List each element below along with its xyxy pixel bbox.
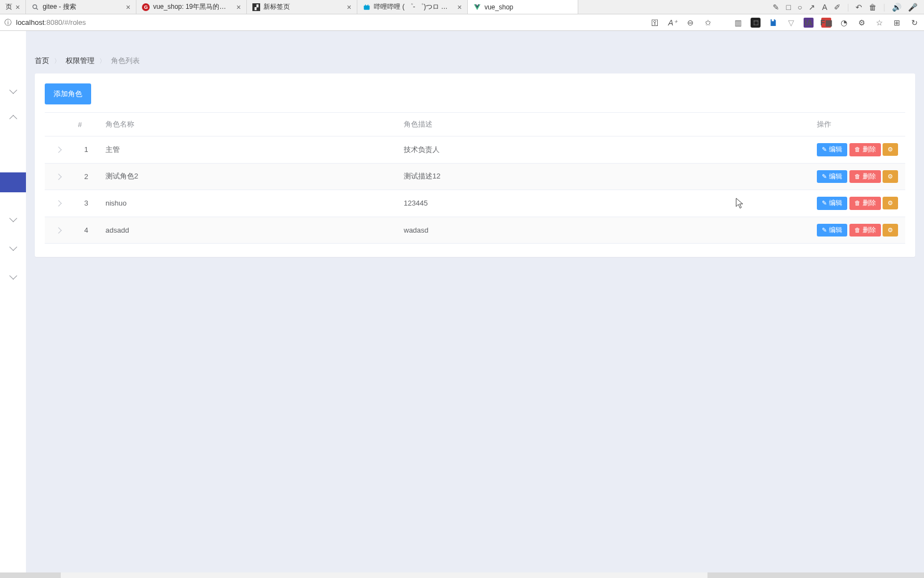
edit-button[interactable]: ✎编辑 (817, 197, 847, 210)
tab-1[interactable]: gitee - 搜索 × (26, 0, 136, 14)
url-path: :8080/#/roles (44, 18, 86, 27)
close-icon[interactable]: × (236, 3, 241, 11)
delete-icon[interactable]: 🗑 (869, 3, 877, 12)
assign-button[interactable]: ⚙ (883, 224, 898, 237)
roles-table: # 角色名称 角色描述 操作 1 主管 技术负责人 ✎编辑 🗑删除 ⚙ 2 测试… (45, 112, 905, 244)
sidebar-item-1[interactable] (9, 86, 17, 94)
ext-circle-icon[interactable]: ◔ (839, 18, 849, 28)
row-name: 主管 (100, 136, 398, 164)
ext-fe-icon[interactable]: F▦ (821, 18, 831, 28)
delete-button[interactable]: 🗑删除 (849, 197, 881, 210)
breadcrumb-current: 角色列表 (111, 57, 140, 65)
column-index: # (72, 113, 100, 136)
divider: | (847, 3, 849, 12)
trash-icon: 🗑 (854, 146, 860, 153)
key-icon[interactable]: ⚿ (650, 18, 660, 28)
assign-button[interactable]: ⚙ (883, 170, 898, 183)
tab-5[interactable]: vue_shop (468, 0, 578, 14)
trash-icon: 🗑 (854, 227, 860, 233)
main-content: 首页 〉 权限管理 〉 角色列表 添加角色 # 角色名称 角色描述 操作 (26, 31, 924, 578)
edit-icon: ✎ (822, 227, 827, 233)
svg-rect-1 (364, 6, 370, 10)
breadcrumb-home[interactable]: 首页 (35, 57, 49, 65)
expand-icon[interactable] (55, 227, 61, 233)
close-icon[interactable]: × (15, 3, 20, 11)
url-field[interactable]: localhost:8080/#/roles (16, 18, 86, 27)
zoom-out-icon[interactable]: ⊖ (685, 18, 695, 28)
delete-button[interactable]: 🗑删除 (849, 224, 881, 237)
assign-button[interactable]: ⚙ (883, 197, 898, 209)
ext-1-icon[interactable]: ⬚ (751, 18, 761, 28)
edit-button[interactable]: ✎编辑 (817, 224, 847, 237)
row-desc: 测试描述12 (398, 163, 811, 190)
tab-label: 页 (6, 2, 12, 12)
row-desc: 技术负责人 (398, 136, 811, 164)
sidebar-item-5[interactable] (9, 272, 17, 280)
sidebar-item-2[interactable] (9, 115, 17, 123)
divider: | (883, 3, 885, 12)
browser-tabs-bar: 页 × gitee - 搜索 × G vue_shop: 19年黑马的后台管理 … (0, 0, 924, 14)
edit-icon: ✎ (822, 174, 827, 180)
column-action: 操作 (811, 113, 905, 136)
sidebar-item-3[interactable] (9, 214, 17, 222)
expand-icon[interactable] (55, 147, 61, 153)
highlighter-icon[interactable]: ✐ (834, 3, 841, 12)
expand-icon[interactable] (55, 174, 61, 180)
close-icon[interactable]: × (126, 3, 130, 11)
undo-icon[interactable]: ↶ (856, 3, 862, 12)
delete-button[interactable]: 🗑删除 (849, 143, 881, 156)
setting-icon: ⚙ (888, 200, 893, 206)
setting-icon: ⚙ (888, 146, 893, 153)
pen-icon[interactable]: ✎ (773, 3, 779, 12)
circle-icon[interactable]: ○ (798, 3, 802, 12)
sound-icon[interactable]: 🔊 (892, 3, 901, 12)
tab-0[interactable]: 页 × (0, 0, 26, 14)
favorite-icon[interactable]: ✩ (703, 18, 713, 28)
sidebar-active-indicator (0, 172, 26, 192)
edit-button[interactable]: ✎编辑 (817, 170, 847, 183)
ext-ia-icon[interactable]: IA (804, 18, 814, 28)
collections-icon[interactable]: ⊞ (892, 18, 902, 28)
row-index: 2 (72, 163, 100, 190)
edit-icon: ✎ (822, 200, 827, 206)
svg-point-0 (33, 4, 37, 8)
delete-button[interactable]: 🗑删除 (849, 170, 881, 183)
svg-rect-2 (772, 19, 774, 21)
url-host: localhost (16, 18, 44, 27)
tab-label: 哔哩哔哩 ( ゜- ゜)つロ 干杯~-bilil (374, 2, 451, 12)
edit-button[interactable]: ✎编辑 (817, 143, 847, 156)
add-role-button[interactable]: 添加角色 (45, 83, 91, 104)
tab-4[interactable]: 哔哩哔哩 ( ゜- ゜)つロ 干杯~-bilil × (357, 0, 468, 14)
favorites-star-icon[interactable]: ☆ (874, 18, 884, 28)
column-expand (45, 113, 72, 136)
book-icon[interactable]: ▥ (733, 18, 743, 28)
arrow-icon[interactable]: ↗ (809, 3, 815, 12)
bilibili-icon (363, 3, 371, 11)
info-icon[interactable]: ⓘ (4, 18, 12, 28)
row-name: 测试角色2 (100, 163, 398, 190)
column-desc: 角色描述 (398, 113, 811, 136)
ext-v-icon[interactable]: ▽ (786, 18, 796, 28)
gitee-icon: G (142, 3, 150, 11)
tab-2[interactable]: G vue_shop: 19年黑马的后台管理 × (136, 0, 247, 14)
horizontal-scrollbar[interactable] (0, 572, 924, 578)
save-icon[interactable] (768, 18, 778, 28)
square-icon[interactable]: □ (786, 3, 790, 12)
mic-icon[interactable]: 🎤 (908, 3, 917, 12)
history-icon[interactable]: ↻ (910, 18, 920, 28)
breadcrumb-section[interactable]: 权限管理 (66, 57, 94, 65)
setting-icon: ⚙ (888, 227, 893, 233)
column-name: 角色名称 (100, 113, 398, 136)
table-row: 3 nishuo 123445 ✎编辑 🗑删除 ⚙ (45, 190, 905, 217)
assign-button[interactable]: ⚙ (883, 143, 898, 156)
expand-icon[interactable] (55, 201, 61, 207)
sidebar-item-4[interactable] (9, 243, 17, 251)
chevron-right-icon: 〉 (99, 57, 105, 64)
close-icon[interactable]: × (457, 3, 462, 11)
text-icon[interactable]: A (822, 3, 827, 12)
tab-3[interactable]: ▞ 新标签页 × (247, 0, 357, 14)
settings-icon[interactable]: ⚙ (857, 18, 867, 28)
address-toolbar: ⚿ A⁺ ⊖ ✩ ▥ ⬚ ▽ IA F▦ ◔ ⚙ ☆ ⊞ ↻ (650, 18, 920, 28)
close-icon[interactable]: × (347, 3, 351, 11)
reader-icon[interactable]: A⁺ (668, 18, 678, 28)
